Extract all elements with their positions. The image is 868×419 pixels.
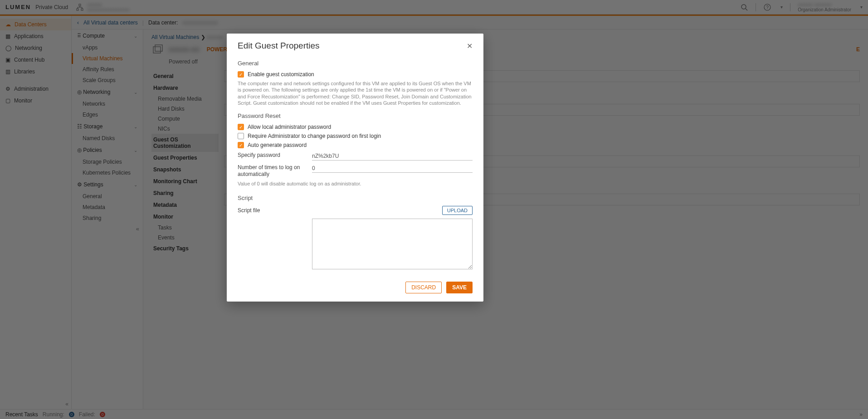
- auto-generate-password-checkbox[interactable]: ✓: [238, 142, 244, 148]
- allow-local-admin-password-label: Allow local administrator password: [248, 124, 331, 130]
- modal-title: Edit Guest Properties: [238, 41, 320, 51]
- section-password-heading: Password Reset: [238, 112, 473, 119]
- logon-count-label: Number of times to log on automatically: [238, 164, 306, 177]
- logon-note: Value of 0 will disable automatic log on…: [238, 181, 473, 186]
- discard-button[interactable]: DISCARD: [405, 282, 442, 293]
- script-file-label: Script file: [238, 207, 306, 214]
- auto-generate-password-label: Auto generate password: [248, 142, 307, 148]
- edit-guest-properties-modal: Edit Guest Properties ✕ General ✓ Enable…: [227, 34, 483, 302]
- require-admin-change-password-checkbox[interactable]: [238, 133, 244, 139]
- save-button[interactable]: SAVE: [446, 282, 473, 293]
- close-icon[interactable]: ✕: [467, 42, 473, 50]
- section-general-heading: General: [238, 60, 473, 67]
- specify-password-label: Specify password: [238, 152, 306, 158]
- require-admin-change-password-label: Require Administrator to change password…: [248, 133, 381, 139]
- enable-guest-customization-checkbox[interactable]: ✓: [238, 71, 244, 78]
- enable-guest-customization-label: Enable guest customization: [248, 71, 314, 78]
- allow-local-admin-password-checkbox[interactable]: ✓: [238, 124, 244, 130]
- script-textarea[interactable]: [312, 219, 473, 269]
- general-helptext: The computer name and network settings c…: [238, 80, 473, 106]
- section-script-heading: Script: [238, 195, 473, 201]
- specify-password-input[interactable]: [312, 152, 473, 161]
- logon-count-input[interactable]: [312, 164, 473, 173]
- upload-button[interactable]: UPLOAD: [442, 206, 473, 215]
